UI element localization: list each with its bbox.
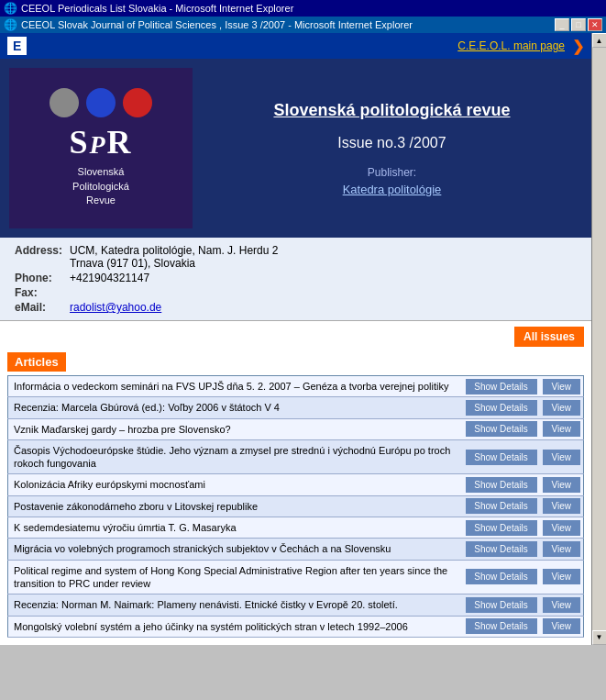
view-button[interactable]: View: [543, 569, 581, 584]
scroll-down-arrow[interactable]: ▼: [592, 630, 607, 645]
article-title-cell: Political regime and system of Hong Kong…: [8, 560, 463, 594]
view-cell: View: [540, 560, 584, 594]
logo-text: Slovenská Politologická Revue: [72, 165, 129, 207]
header-section: SPR Slovenská Politologická Revue Sloven…: [0, 59, 591, 238]
ie-icon-inner: 🌐: [4, 18, 17, 31]
show-details-cell: Show Details: [463, 418, 540, 439]
phone-label: Phone:: [11, 271, 66, 285]
email-label: eMail:: [11, 300, 66, 315]
inner-title: CEEOL Slovak Journal of Political Scienc…: [21, 19, 413, 30]
maximize-button[interactable]: □: [571, 18, 586, 31]
show-details-button[interactable]: Show Details: [466, 450, 537, 465]
content-area: E C.E.E.O.L. main page ❯ SPR Slovenská P…: [0, 33, 591, 645]
show-details-cell: Show Details: [463, 397, 540, 418]
view-button[interactable]: View: [543, 618, 581, 634]
view-button[interactable]: View: [543, 541, 581, 557]
view-cell: View: [540, 517, 584, 539]
scroll-track[interactable]: [592, 48, 607, 630]
view-button[interactable]: View: [543, 477, 581, 493]
publisher-label: Publisher:: [368, 166, 416, 179]
show-details-button[interactable]: Show Details: [466, 569, 537, 584]
outer-title: CEEOL Periodicals List Slovakia - Micros…: [21, 3, 293, 14]
table-row: Recenzia: Norman M. Naimark: Plameny nen…: [8, 594, 584, 616]
table-row: Mongolský volební systém a jeho účinky n…: [8, 616, 584, 637]
ie-icon: 🌐: [4, 2, 17, 15]
table-row: Postavenie zákonodárneho zboru v Litovsk…: [8, 495, 584, 517]
show-details-button[interactable]: Show Details: [466, 618, 537, 634]
circle-gray: [50, 88, 79, 117]
address-table: Address: UCM, Katedra politológie, Nam. …: [11, 243, 281, 315]
article-title-cell: Mongolský volební systém a jeho účinky n…: [8, 616, 463, 637]
all-issues-button[interactable]: All issues: [514, 327, 584, 347]
show-details-cell: Show Details: [463, 539, 540, 560]
article-title-cell: K sedemdesiatemu výročiu úmrtia T. G. Ma…: [8, 517, 463, 539]
view-button[interactable]: View: [543, 520, 581, 536]
articles-section: Articles Informácia o vedeckom seminári …: [0, 352, 591, 645]
view-cell: View: [540, 539, 584, 560]
journal-info: Slovenská politologická revue Issue no.3…: [202, 68, 582, 228]
view-button[interactable]: View: [543, 379, 581, 394]
show-details-button[interactable]: Show Details: [466, 400, 537, 416]
journal-title: Slovenská politologická revue: [273, 101, 510, 120]
fax-label: Fax:: [11, 285, 66, 300]
view-button[interactable]: View: [543, 597, 581, 613]
show-details-button[interactable]: Show Details: [466, 520, 537, 536]
view-cell: View: [540, 495, 584, 517]
article-title-cell: Recenzia: Marcela Gbúrová (ed.): Voľby 2…: [8, 397, 463, 418]
circle-red: [123, 88, 152, 117]
scroll-up-arrow[interactable]: ▲: [592, 33, 607, 48]
address-row: Address: UCM, Katedra politológie, Nam. …: [11, 243, 281, 271]
show-details-cell: Show Details: [463, 560, 540, 594]
journal-logo: SPR Slovenská Politologická Revue: [9, 68, 193, 228]
article-title-cell: Vznik Maďarskej gardy – hrozba pre Slove…: [8, 418, 463, 439]
article-title-cell: Informácia o vedeckom seminári na FVS UP…: [8, 376, 463, 397]
email-row: eMail: radolist@yahoo.de: [11, 300, 281, 315]
view-button[interactable]: View: [543, 498, 581, 514]
scrollbar[interactable]: ▲ ▼: [591, 33, 606, 645]
outer-titlebar: 🌐 CEEOL Periodicals List Slovakia - Micr…: [0, 0, 606, 17]
show-details-button[interactable]: Show Details: [466, 421, 537, 437]
view-cell: View: [540, 616, 584, 637]
view-cell: View: [540, 594, 584, 616]
phone-value: +421904321147: [66, 271, 281, 285]
address-section: Address: UCM, Katedra politológie, Nam. …: [0, 238, 591, 321]
main-page-link[interactable]: C.E.E.O.L. main page: [457, 39, 565, 52]
journal-issue: Issue no.3 /2007: [337, 135, 446, 151]
email-value: radolist@yahoo.de: [66, 300, 281, 315]
show-details-cell: Show Details: [463, 495, 540, 517]
circle-blue: [86, 88, 116, 117]
close-button[interactable]: ✕: [588, 18, 602, 31]
publisher-link[interactable]: Katedra politológie: [343, 183, 442, 196]
logo-abbr: SPR: [69, 123, 132, 161]
show-details-button[interactable]: Show Details: [466, 541, 537, 557]
view-button[interactable]: View: [543, 400, 581, 416]
show-details-button[interactable]: Show Details: [466, 379, 537, 394]
article-title-cell: Kolonizácia Afriky európskymi mocnosťami: [8, 474, 463, 495]
view-cell: View: [540, 418, 584, 439]
view-button[interactable]: View: [543, 421, 581, 437]
show-details-cell: Show Details: [463, 594, 540, 616]
article-title-cell: Časopis Východoeurópske štúdie. Jeho výz…: [8, 439, 463, 474]
show-details-button[interactable]: Show Details: [466, 597, 537, 613]
minimize-button[interactable]: _: [555, 18, 569, 31]
show-details-cell: Show Details: [463, 376, 540, 397]
article-title-cell: Migrácia vo volebných programoch stranic…: [8, 539, 463, 560]
address-label: Address:: [11, 243, 66, 271]
email-link[interactable]: radolist@yahoo.de: [70, 301, 161, 314]
table-row: Informácia o vedeckom seminári na FVS UP…: [8, 376, 584, 397]
window-controls: _ □ ✕: [555, 18, 602, 31]
show-details-button[interactable]: Show Details: [466, 498, 537, 514]
nav-arrow-icon: ❯: [572, 38, 584, 55]
article-title-cell: Recenzia: Norman M. Naimark: Plameny nen…: [8, 594, 463, 616]
view-button[interactable]: View: [543, 450, 581, 465]
fax-row: Fax:: [11, 285, 281, 300]
view-cell: View: [540, 474, 584, 495]
table-row: Migrácia vo volebných programoch stranic…: [8, 539, 584, 560]
inner-titlebar: 🌐 CEEOL Slovak Journal of Political Scie…: [0, 17, 606, 33]
table-row: Časopis Východoeurópske štúdie. Jeho výz…: [8, 439, 584, 474]
nav-bar: E C.E.E.O.L. main page ❯: [0, 33, 591, 59]
show-details-button[interactable]: Show Details: [466, 477, 537, 493]
table-row: Recenzia: Marcela Gbúrová (ed.): Voľby 2…: [8, 397, 584, 418]
logo-circles: [50, 88, 152, 117]
article-title-cell: Postavenie zákonodárneho zboru v Litovsk…: [8, 495, 463, 517]
